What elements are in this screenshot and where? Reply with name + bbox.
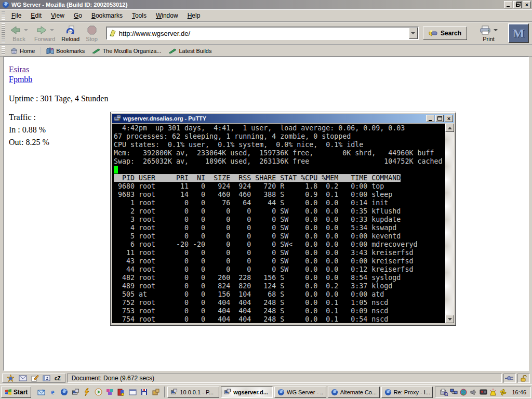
bookmark-item-label: The Mozilla Organiza...: [102, 48, 161, 54]
taskbar-clock[interactable]: 16:46: [512, 389, 526, 395]
process-row: 489 root 0 0 824 820 124 S 0.0 0.2 3:37 …: [114, 282, 445, 290]
link-fpmbb[interactable]: Fpmbb: [9, 74, 32, 84]
menu-window[interactable]: Window: [151, 10, 183, 21]
volume-tray-icon[interactable]: [469, 388, 477, 396]
link-esiras[interactable]: Esiras: [9, 64, 29, 74]
desktop: WG Server - Mozilla {Build ID: 200205301…: [0, 0, 532, 399]
network-tray-icon[interactable]: [449, 388, 458, 396]
back-arrow-icon: [10, 25, 21, 35]
chatzilla-icon[interactable]: cZ: [55, 376, 61, 381]
putty-titlebar[interactable]: wgserver.dnsalias.org - PuTTY ×: [112, 114, 454, 123]
process-row: 9683 root 14 0 460 460 388 S 0.9 0.1 0:0…: [114, 191, 445, 199]
unlock-icon: [520, 375, 527, 382]
forward-button[interactable]: Forward: [31, 23, 58, 43]
home-icon: [10, 47, 18, 54]
restore-button[interactable]: [513, 1, 522, 8]
menu-edit[interactable]: Edit: [26, 10, 46, 21]
bookmark-item-mozilla-org[interactable]: The Mozilla Organiza...: [88, 47, 165, 55]
bookmarks-book-icon: [46, 47, 54, 54]
show-desktop-icon[interactable]: [128, 388, 137, 397]
window-title: WG Server - Mozilla {Build ID: 200205301…: [11, 2, 503, 8]
print-button[interactable]: Print: [476, 23, 501, 43]
bookmark-quill-icon: [168, 48, 177, 54]
display-tray-icon[interactable]: [479, 388, 487, 396]
stop-button[interactable]: Stop: [83, 23, 101, 43]
top-summary-line: CPU states: 0.1% user, 0.1% system, 0.0%…: [114, 141, 445, 149]
process-row: 43 root 0 0 0 0 0 SW 0.0 0.0 0:00 kreise…: [114, 257, 445, 265]
online-status-box[interactable]: [503, 374, 516, 383]
graphics-app-icon[interactable]: [105, 388, 114, 397]
browser-titlebar[interactable]: WG Server - Mozilla {Build ID: 200205301…: [0, 0, 532, 9]
mail-icon[interactable]: [19, 375, 27, 381]
mozilla-quicklaunch-icon[interactable]: [59, 388, 69, 397]
process-row: 1 root 0 0 76 64 44 S 0.0 0.0 0:14 init: [114, 199, 445, 207]
package-icon[interactable]: [151, 388, 160, 397]
process-row: 2 root 0 0 0 0 0 SW 0.0 0.0 0:35 kflushd: [114, 207, 445, 216]
bookmark-page-icon[interactable]: [109, 30, 116, 37]
component-bar: cZ: [2, 374, 65, 383]
winamp-icon[interactable]: [82, 388, 91, 397]
putty-maximize-button[interactable]: [435, 115, 444, 122]
search-button[interactable]: Search: [423, 26, 467, 40]
print-dropdown-icon[interactable]: [494, 29, 498, 31]
bookmark-item-latest-builds[interactable]: Latest Builds: [165, 47, 215, 55]
putty-close-button[interactable]: ×: [445, 115, 453, 122]
back-dropdown-icon[interactable]: [24, 29, 28, 31]
putty-quicklaunch-icon[interactable]: [71, 388, 80, 397]
print-manager-tray-icon[interactable]: [440, 388, 448, 396]
personalbar-grippy[interactable]: [2, 46, 5, 55]
outlook-express-icon[interactable]: [36, 388, 46, 397]
scroll-down-icon[interactable]: [445, 315, 454, 323]
address-book-icon[interactable]: [43, 375, 50, 381]
menu-go[interactable]: Go: [69, 10, 87, 21]
menu-help[interactable]: Help: [183, 10, 205, 21]
mozilla-task-icon: [277, 389, 285, 396]
system-tray: 16:46: [435, 387, 531, 398]
url-dropdown-button[interactable]: [409, 28, 418, 39]
menubar-grippy[interactable]: [2, 11, 5, 20]
alert-lamp-tray-icon[interactable]: [489, 388, 497, 396]
task-putty-wgserver[interactable]: wgserver.d...: [221, 387, 273, 398]
task-mozilla-wgserver[interactable]: WG Server - ...: [274, 387, 326, 398]
back-button[interactable]: Back: [7, 23, 31, 43]
internet-explorer-icon[interactable]: e: [48, 388, 57, 397]
mozilla-task-icon: [384, 389, 392, 396]
terminal-scrollbar[interactable]: [445, 124, 454, 323]
media-player-icon[interactable]: [94, 388, 103, 397]
globe-tray-icon[interactable]: [459, 388, 468, 396]
minimize-button[interactable]: [504, 1, 512, 8]
process-row: 752 root 0 0 404 404 248 S 0.0 0.1 1:05 …: [114, 299, 445, 307]
scroll-up-icon[interactable]: [445, 124, 454, 132]
top-summary-line: 4:42pm up 301 days, 4:41, 1 user, load a…: [114, 124, 445, 132]
location-bar[interactable]: [106, 26, 419, 40]
close-button[interactable]: ×: [523, 1, 531, 8]
reload-button[interactable]: Reload: [58, 23, 83, 43]
status-text-field: Document: Done (9.672 secs): [67, 374, 502, 383]
personalbar-divider: [40, 47, 41, 55]
menu-view[interactable]: View: [46, 10, 69, 21]
forward-dropdown-icon[interactable]: [50, 29, 54, 31]
menu-tools[interactable]: Tools: [127, 10, 151, 21]
security-status-box[interactable]: [517, 374, 530, 383]
mozilla-logo-button[interactable]: M: [508, 23, 529, 43]
navigator-icon[interactable]: [7, 375, 15, 382]
putty-minimize-button[interactable]: [426, 115, 434, 122]
menu-bookmarks[interactable]: Bookmarks: [87, 10, 127, 21]
start-button[interactable]: Start: [1, 387, 31, 398]
toolbar-grippy[interactable]: [2, 23, 5, 43]
pinwheel-tray-icon[interactable]: [499, 388, 507, 396]
home-button[interactable]: Home: [7, 46, 38, 55]
process-row: 753 root 0 0 404 404 248 S 0.0 0.1 0:09 …: [114, 307, 445, 315]
url-input[interactable]: [119, 28, 409, 38]
task-putty-10001[interactable]: 10.0.0.1 - P...: [167, 387, 219, 398]
process-row: 44 root 0 0 0 0 0 SW 0.0 0.0 0:12 kreise…: [114, 265, 445, 274]
task-mozilla-proxy[interactable]: Re: Proxy - I...: [381, 387, 433, 398]
task-mozilla-alternate[interactable]: Alternate Co...: [328, 387, 380, 398]
menu-file[interactable]: File: [7, 10, 26, 21]
bookmarks-button[interactable]: Bookmarks: [43, 46, 88, 55]
messenger-icon[interactable]: [116, 388, 126, 397]
browser-content-area: Esiras Fpmbb Uptime : 301 Tage, 4 Stunde…: [3, 57, 529, 371]
forward-arrow-icon: [36, 25, 47, 35]
composer-icon[interactable]: [31, 375, 38, 382]
floppy-tool-icon[interactable]: [139, 388, 149, 397]
